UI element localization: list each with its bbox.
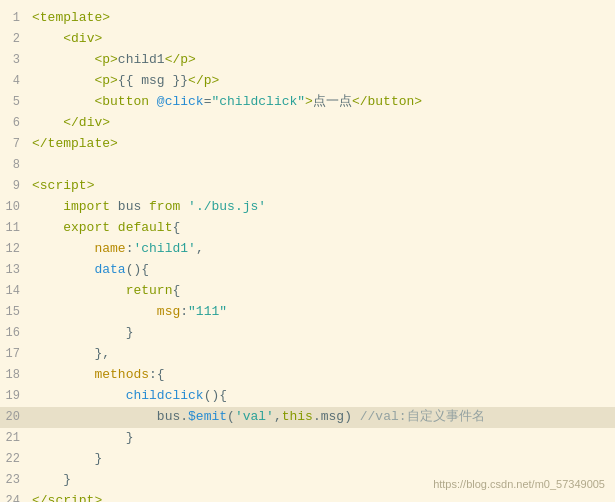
token: < [32,178,40,193]
token [32,73,94,88]
line-content: data(){ [32,260,607,281]
token: p [180,52,188,67]
code-line: 7</template> [0,134,615,155]
token: child1 [118,52,165,67]
token: "111" [188,304,227,319]
token: > [212,73,220,88]
code-line: 3 <p>child1</p> [0,50,615,71]
token: > [94,493,102,502]
token: > [110,52,118,67]
token: : [180,304,188,319]
token: div [71,31,94,46]
token: } [126,430,134,445]
line-number: 13 [0,261,32,280]
line-content: <p>{{ msg }}</p> [32,71,607,92]
line-number: 11 [0,219,32,238]
code-line: 16 } [0,323,615,344]
line-content: } [32,449,607,470]
code-line: 2 <div> [0,29,615,50]
token [180,199,188,214]
line-number: 10 [0,198,32,217]
code-line: 5 <button @click="childclick">点一点</butto… [0,92,615,113]
code-line: 6 </div> [0,113,615,134]
line-content: childclick(){ [32,386,607,407]
line-content: msg:"111" [32,302,607,323]
token: data [94,262,125,277]
token: @click [157,94,204,109]
token: script [40,178,87,193]
line-number: 14 [0,282,32,301]
token: (){ [126,262,149,277]
line-content: </div> [32,113,607,134]
code-line: 17 }, [0,344,615,365]
token: export [63,220,110,235]
line-content: methods:{ [32,365,607,386]
token: msg [157,304,180,319]
token: , [196,241,204,256]
token: 'child1' [133,241,195,256]
code-line: 14 return{ [0,281,615,302]
token: </ [188,73,204,88]
line-number: 24 [0,492,32,502]
line-number: 18 [0,366,32,385]
token: template [40,10,102,25]
token: < [32,10,40,25]
token: > [87,178,95,193]
token: > [102,115,110,130]
token: . [180,409,188,424]
token: return [126,283,173,298]
token [32,241,94,256]
token: , [274,409,282,424]
token: childclick [126,388,204,403]
token [32,325,126,340]
code-line: 20 bus.$emit('val',this.msg) //val:自定义事件… [0,407,615,428]
code-line: 18 methods:{ [0,365,615,386]
line-content: <script> [32,176,607,197]
token: p [204,73,212,88]
line-number: 1 [0,9,32,28]
line-content: }, [32,344,607,365]
line-content: } [32,428,607,449]
token: 点一点 [313,94,352,109]
line-number: 5 [0,93,32,112]
code-line: 22 } [0,449,615,470]
line-content: <p>child1</p> [32,50,607,71]
line-number: 20 [0,408,32,427]
token: button [368,94,415,109]
line-number: 12 [0,240,32,259]
token [32,472,63,487]
token: from [149,199,180,214]
token [32,409,157,424]
token: </ [32,493,48,502]
token: script [48,493,95,502]
code-line: 15 msg:"111" [0,302,615,323]
code-line: 8 [0,155,615,176]
token: </ [352,94,368,109]
line-number: 4 [0,72,32,91]
token [32,31,63,46]
line-number: 23 [0,471,32,490]
token [32,262,94,277]
line-content: <button @click="childclick">点一点</button> [32,92,607,113]
token [32,346,94,361]
line-content: <template> [32,8,607,29]
token [32,199,63,214]
line-number: 9 [0,177,32,196]
code-line: 19 childclick(){ [0,386,615,407]
line-content: return{ [32,281,607,302]
code-line: 10 import bus from './bus.js' [0,197,615,218]
token: </ [63,115,79,130]
line-content: bus.$emit('val',this.msg) //val:自定义事件名 [32,407,607,428]
line-number: 21 [0,429,32,448]
line-number: 17 [0,345,32,364]
token: {{ msg }} [118,73,188,88]
token: //val:自定义事件名 [352,409,485,424]
token: > [102,10,110,25]
token [32,451,94,466]
token: :{ [149,367,165,382]
token [110,220,118,235]
code-editor: 1<template>2 <div>3 <p>child1</p>4 <p>{{… [0,0,615,502]
line-number: 15 [0,303,32,322]
token: > [188,52,196,67]
token: p [102,52,110,67]
